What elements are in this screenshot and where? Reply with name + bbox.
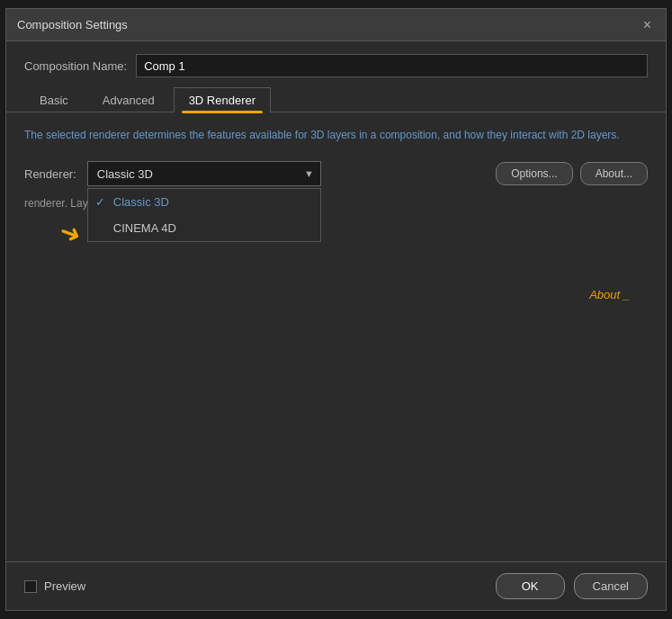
comp-name-input[interactable]: [136, 54, 648, 77]
renderer-select[interactable]: Classic 3D CINEMA 4D: [87, 161, 321, 186]
comp-name-row: Composition Name:: [6, 41, 666, 86]
tabs-row: Basic Advanced 3D Renderer: [6, 86, 666, 112]
dropdown-item-cinema4d-label: CINEMA 4D: [113, 221, 176, 235]
about-annotation: About _: [589, 288, 630, 301]
preview-row: Preview: [24, 579, 85, 593]
title-bar: Composition Settings ×: [6, 9, 666, 41]
renderer-buttons: Options... About...: [496, 162, 648, 185]
info-text: The selected renderer determines the fea…: [24, 127, 648, 143]
tab-3d-renderer-label: 3D Renderer: [189, 94, 255, 107]
renderer-select-wrapper: Classic 3D CINEMA 4D ▼ ✓ Classic 3D CINE…: [87, 161, 321, 186]
composition-settings-dialog: Composition Settings × Composition Name:…: [5, 8, 667, 611]
arrow-annotation: ➜: [56, 216, 85, 251]
dropdown-item-classic3d[interactable]: ✓ Classic 3D: [88, 189, 320, 215]
tab-basic-label: Basic: [40, 94, 68, 107]
ok-button[interactable]: OK: [496, 573, 565, 599]
renderer-row: Renderer: Classic 3D CINEMA 4D ▼ ✓ Class…: [24, 161, 648, 186]
check-icon: ✓: [95, 195, 105, 209]
close-button[interactable]: ×: [640, 16, 655, 34]
comp-name-label: Composition Name:: [24, 59, 127, 73]
renderer-dropdown: ✓ Classic 3D CINEMA 4D: [87, 188, 321, 242]
preview-label: Preview: [44, 579, 85, 593]
renderer-label: Renderer:: [24, 167, 76, 181]
tab-advanced-label: Advanced: [103, 94, 155, 107]
tab-advanced[interactable]: Advanced: [87, 87, 170, 112]
dropdown-item-cinema4d[interactable]: CINEMA 4D: [88, 215, 320, 241]
dropdown-item-classic3d-label: Classic 3D: [113, 195, 169, 209]
options-button[interactable]: Options...: [496, 162, 572, 185]
tab-basic[interactable]: Basic: [24, 87, 84, 112]
footer-buttons: OK Cancel: [496, 573, 648, 599]
about-button[interactable]: About...: [580, 162, 648, 185]
dialog-title: Composition Settings: [17, 18, 128, 31]
content-area: The selected renderer determines the fea…: [6, 112, 666, 561]
footer: Preview OK Cancel: [6, 561, 666, 610]
tab-3d-renderer[interactable]: 3D Renderer: [174, 87, 271, 112]
preview-checkbox[interactable]: [24, 580, 37, 593]
cancel-button[interactable]: Cancel: [574, 573, 648, 599]
